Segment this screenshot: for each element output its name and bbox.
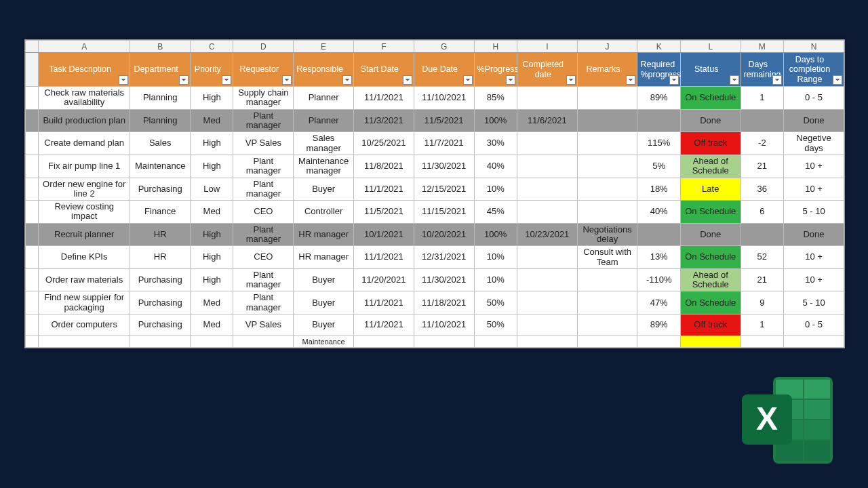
cell-due[interactable]: 11/7/2021: [414, 132, 474, 155]
header-cdate[interactable]: Completed date: [517, 53, 577, 87]
cell-dept[interactable]: Finance: [130, 201, 191, 224]
column-header-G[interactable]: G: [414, 41, 474, 53]
cell-dept[interactable]: Purchasing: [130, 268, 191, 291]
cell-start[interactable]: 11/1/2021: [354, 178, 414, 201]
column-header-A[interactable]: A: [39, 41, 130, 53]
cell-dept[interactable]: [130, 336, 191, 348]
cell-rprog[interactable]: 89%: [637, 87, 680, 110]
cell-task[interactable]: Define KPIs: [39, 246, 130, 269]
cell-prio[interactable]: [191, 336, 233, 348]
filter-dropdown-button[interactable]: [119, 75, 128, 85]
row-header[interactable]: [26, 268, 39, 291]
cell-range[interactable]: 5 - 10: [784, 201, 844, 224]
row-header[interactable]: [26, 246, 39, 269]
header-range[interactable]: Days to completion Range: [784, 53, 844, 87]
cell-task[interactable]: Review costing impact: [39, 201, 130, 224]
cell-task[interactable]: [39, 336, 130, 348]
cell-dept[interactable]: Sales: [130, 132, 191, 155]
header-req[interactable]: Requestor: [233, 53, 294, 87]
cell-status[interactable]: Done: [680, 223, 741, 246]
cell-rprog[interactable]: 13%: [637, 246, 680, 269]
cell-range[interactable]: Negetive days: [784, 132, 844, 155]
column-header-J[interactable]: J: [577, 41, 637, 53]
cell-due[interactable]: 11/30/2021: [414, 268, 474, 291]
cell-range[interactable]: 10 +: [784, 178, 844, 201]
row-header[interactable]: [26, 336, 39, 348]
cell-range[interactable]: 10 +: [784, 155, 844, 178]
header-task[interactable]: Task Description: [39, 53, 130, 87]
cell-drem[interactable]: [741, 223, 783, 246]
filter-dropdown-button[interactable]: [566, 75, 576, 85]
cell-cdate[interactable]: [517, 268, 577, 291]
cell-req[interactable]: Plant manager: [233, 268, 294, 291]
cell-rem[interactable]: [577, 132, 637, 155]
cell-start[interactable]: 10/1/2021: [354, 223, 414, 246]
cell-due[interactable]: [414, 336, 474, 348]
cell-cdate[interactable]: [517, 178, 577, 201]
cell-status[interactable]: Ahead of Schedule: [680, 268, 741, 291]
filter-dropdown-button[interactable]: [342, 75, 352, 85]
row-header[interactable]: [26, 201, 39, 224]
cell-prog[interactable]: 10%: [474, 246, 517, 269]
filter-dropdown-button[interactable]: [730, 75, 739, 85]
cell-prio[interactable]: Med: [191, 109, 233, 132]
cell-resp[interactable]: Buyer: [294, 178, 354, 201]
cell-start[interactable]: 11/3/2021: [354, 109, 414, 132]
filter-dropdown-button[interactable]: [669, 75, 679, 85]
cell-cdate[interactable]: [517, 291, 577, 314]
header-dept[interactable]: Department: [130, 53, 191, 87]
cell-start[interactable]: 11/1/2021: [354, 314, 414, 336]
cell-due[interactable]: 12/15/2021: [414, 178, 474, 201]
cell-cdate[interactable]: [517, 201, 577, 224]
cell-req[interactable]: VP Sales: [233, 132, 294, 155]
cell-start[interactable]: 11/1/2021: [354, 291, 414, 314]
cell-rem[interactable]: [577, 336, 637, 348]
cell-start[interactable]: 10/25/2021: [354, 132, 414, 155]
cell-resp[interactable]: Buyer: [294, 314, 354, 336]
cell-req[interactable]: VP Sales: [233, 314, 294, 336]
cell-req[interactable]: CEO: [233, 201, 294, 224]
cell-prio[interactable]: High: [191, 155, 233, 178]
cell-resp[interactable]: Planner: [294, 87, 354, 110]
row-header[interactable]: [26, 53, 39, 87]
cell-status[interactable]: Done: [680, 109, 741, 132]
cell-task[interactable]: Find new suppier for packaging: [39, 291, 130, 314]
cell-range[interactable]: 10 +: [784, 246, 844, 269]
row-header[interactable]: [26, 291, 39, 314]
filter-dropdown-button[interactable]: [463, 75, 473, 85]
cell-req[interactable]: Plant manager: [233, 291, 294, 314]
cell-range[interactable]: 5 - 10: [784, 291, 844, 314]
header-rprog[interactable]: Required %progress: [637, 53, 680, 87]
cell-resp[interactable]: Maintenance: [294, 336, 354, 348]
cell-status[interactable]: [680, 336, 741, 348]
cell-rprog[interactable]: 18%: [637, 178, 680, 201]
cell-rprog[interactable]: -110%: [637, 268, 680, 291]
cell-req[interactable]: [233, 336, 294, 348]
filter-dropdown-button[interactable]: [626, 75, 635, 85]
cell-drem[interactable]: 21: [741, 268, 783, 291]
cell-dept[interactable]: Purchasing: [130, 178, 191, 201]
cell-status[interactable]: Off track: [680, 314, 741, 336]
cell-status[interactable]: On Schedule: [680, 291, 741, 314]
cell-prog[interactable]: 100%: [474, 223, 517, 246]
row-header[interactable]: [26, 155, 39, 178]
cell-resp[interactable]: Maintenance manager: [294, 155, 354, 178]
cell-rem[interactable]: [577, 109, 637, 132]
header-status[interactable]: Status: [680, 53, 741, 87]
row-header[interactable]: [26, 314, 39, 336]
cell-cdate[interactable]: 11/6/2021: [517, 109, 577, 132]
column-header-N[interactable]: N: [784, 41, 844, 53]
cell-prog[interactable]: 10%: [474, 268, 517, 291]
cell-cdate[interactable]: [517, 155, 577, 178]
cell-prio[interactable]: Med: [191, 201, 233, 224]
cell-range[interactable]: Done: [784, 109, 844, 132]
cell-drem[interactable]: 9: [741, 291, 783, 314]
column-header-C[interactable]: C: [191, 41, 233, 53]
cell-rem[interactable]: [577, 178, 637, 201]
filter-dropdown-button[interactable]: [403, 75, 412, 85]
cell-drem[interactable]: -2: [741, 132, 783, 155]
cell-prog[interactable]: [474, 336, 517, 348]
cell-cdate[interactable]: [517, 132, 577, 155]
cell-drem[interactable]: 1: [741, 87, 783, 110]
cell-due[interactable]: 10/20/2021: [414, 223, 474, 246]
